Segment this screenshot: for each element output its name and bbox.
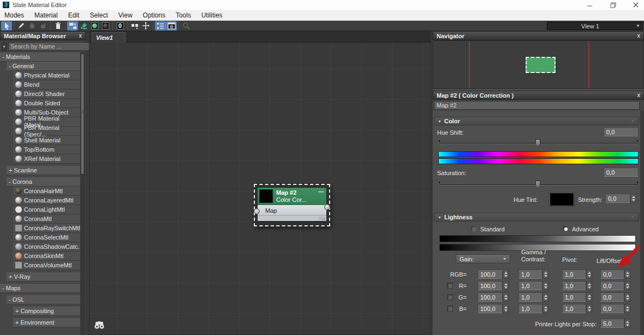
gamma-spinner[interactable] [542,304,548,313]
gain-field[interactable]: 100,0 [478,281,503,290]
node-output-socket[interactable] [324,204,330,210]
navigator-close-icon[interactable]: x [637,33,640,39]
tab-view1[interactable]: View1 [92,32,126,43]
tree-item[interactable]: DirectX Shader [13,89,80,99]
tree-item[interactable]: CoronaShadowCatc.. [13,242,80,252]
search-options-icon[interactable]: ▼ [2,43,7,51]
tree-group[interactable]: - General [7,62,80,71]
lift-field[interactable]: 0,0 [600,304,624,313]
gamma-field[interactable]: 1,0 [518,270,542,279]
binoculars-icon[interactable] [94,321,105,330]
menu-edit[interactable]: Edit [68,11,80,19]
menu-modes[interactable]: Modes [4,11,24,19]
gamma-spinner[interactable] [542,270,548,279]
lift-spinner[interactable] [624,304,630,313]
gain-spinner[interactable] [503,270,509,279]
tree-item[interactable]: CoronaVolumeMtl [13,261,80,270]
menu-options[interactable]: Options [143,11,165,19]
minimize-button[interactable] [586,1,594,9]
node-input-socket[interactable] [254,208,260,214]
show-background-button[interactable] [100,21,111,31]
lift-spinner[interactable] [624,292,630,302]
put-material-to-library-button[interactable] [38,21,49,31]
gamma-spinner[interactable] [542,281,548,290]
tree-item[interactable]: CoronaSkinMtl [13,252,80,261]
tree-item[interactable]: PBR Material (Spec/... [13,127,80,136]
gamma-spinner[interactable] [542,292,548,302]
pivot-spinner[interactable] [586,270,592,279]
tree-item[interactable]: CoronaRaySwitchMtl [13,224,80,233]
hue-shift-field[interactable]: 0,0 [604,127,639,136]
tree-group[interactable]: + V-Ray [7,272,80,282]
select-by-material-button[interactable] [181,21,192,31]
pivot-spinner[interactable] [586,281,592,290]
tree-item[interactable]: Physical Material [13,71,80,80]
advanced-radio[interactable] [563,226,569,232]
tree-group[interactable]: + Environment [13,318,80,327]
map2-node[interactable]: Map #2 Color Cor... — Map [257,187,327,222]
gain-field[interactable]: 100,0 [478,270,503,279]
navigator-body[interactable] [433,40,644,89]
lift-field[interactable]: 0,0 [600,281,624,290]
tree-group[interactable]: - Corona [7,177,80,187]
printer-lights-spinner[interactable] [624,319,630,328]
pivot-spinner[interactable] [586,304,592,313]
lift-field[interactable]: 0,0 [600,292,624,302]
tree-item[interactable]: Top/Bottom [13,145,80,154]
assign-material-to-selection-button[interactable] [78,21,89,31]
saturation-slider-handle[interactable] [535,181,540,188]
navigator-view-rect[interactable] [526,57,556,73]
node-map-slot[interactable]: Map [258,205,326,215]
gain-dropdown[interactable]: Gain: ▼ [456,254,510,264]
close-button[interactable] [632,1,640,9]
pivot-field[interactable]: 1,0 [562,270,586,279]
lift-spinner[interactable] [624,270,630,279]
pivot-field[interactable]: 1,0 [562,281,586,290]
tree-item[interactable]: CoronaHairMtl [13,187,80,196]
pivot-field[interactable]: 1,0 [562,304,586,313]
menu-material[interactable]: Material [34,11,58,19]
pivot-spinner[interactable] [586,292,592,302]
view-selector-dropdown[interactable]: View 1 ▼ [547,22,643,30]
hue-tint-swatch[interactable] [549,192,575,207]
color-rollout-header[interactable]: ▼ Color ⁙ [434,117,639,125]
browser-close-icon[interactable]: x [79,33,82,39]
tree-group[interactable]: - Materials [0,52,80,62]
strength-spinner[interactable] [630,194,636,203]
tree-item[interactable]: CoronaSelectMtl [13,233,80,242]
menu-select[interactable]: Select [90,11,108,19]
lift-field[interactable]: 0,0 [600,270,624,279]
tree-item[interactable]: Blend [13,80,80,89]
node-header[interactable]: Map #2 Color Cor... — [258,188,326,205]
hue-shift-slider-handle[interactable] [535,139,540,146]
tree-item[interactable]: CoronaLayeredMtl [13,196,80,205]
tree-group[interactable]: + Compositing [13,307,80,316]
tree-group[interactable]: - OSL [7,295,80,304]
restore-button[interactable] [609,1,617,9]
menu-tools[interactable]: Tools [176,11,191,19]
tree-item[interactable]: Double Sided [13,99,80,108]
pivot-field[interactable]: 1,0 [562,292,586,302]
menu-utilities[interactable]: Utilities [201,11,223,19]
saturation-field[interactable]: 0,0 [604,168,639,177]
tree-group[interactable]: - Maps [0,284,80,293]
map-name-field[interactable] [434,101,640,110]
gain-field[interactable]: 100,0 [478,304,503,313]
tree-item[interactable]: XRef Material [13,154,80,164]
pan-tool-button[interactable] [140,21,151,31]
printer-lights-field[interactable]: 5,0 [600,319,624,328]
menu-view[interactable]: View [118,11,133,19]
standard-radio[interactable] [471,226,477,232]
parameter-editor-toggle-button[interactable] [166,21,177,31]
gamma-field[interactable]: 1,0 [518,304,542,313]
gain-spinner[interactable] [503,292,509,302]
gain-field[interactable]: 100,0 [478,292,503,302]
show-numbers-button[interactable]: 0 [115,21,126,31]
gamma-field[interactable]: 1,0 [518,292,542,302]
tree-item[interactable]: CoronaMtl [13,214,80,224]
strength-field[interactable]: 0,0 [605,194,630,203]
node-collapse-icon[interactable]: — [318,189,324,195]
resize-grip-icon[interactable] [319,217,325,220]
params-close-icon[interactable]: x [637,92,640,98]
lightness-rollout-header[interactable]: ▼ Lightness ⁙ [434,213,639,222]
